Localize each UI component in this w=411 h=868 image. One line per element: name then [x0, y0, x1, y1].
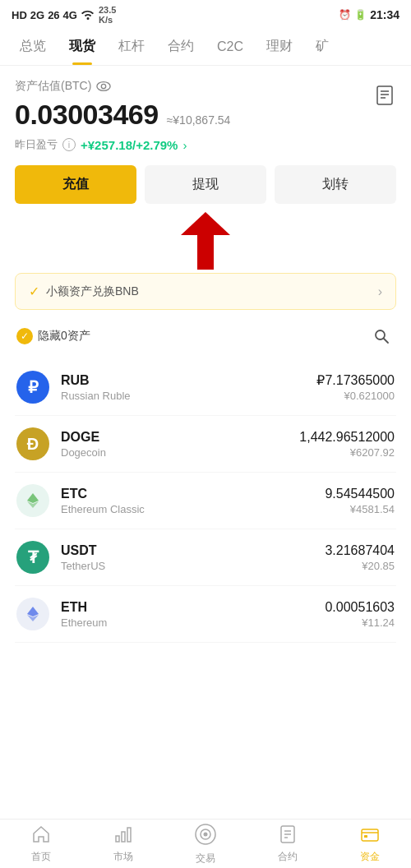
coin-icon-usdt: ₮: [16, 541, 49, 574]
funds-icon: [360, 824, 380, 847]
coin-amounts-etc: 9.54544500 ¥4581.54: [325, 487, 395, 515]
pnl-row: 昨日盈亏 i +¥257.18/+2.79% ›: [15, 137, 396, 152]
nav-item-leverage[interactable]: 杠杆: [107, 28, 156, 65]
status-4g: 4G: [63, 9, 77, 21]
battery-icon: 🔋: [354, 9, 367, 21]
pnl-info-icon[interactable]: i: [62, 138, 76, 151]
nav-item-mining[interactable]: 矿: [304, 28, 340, 65]
contract-icon: [278, 824, 298, 847]
action-buttons: 充值 提现 划转: [15, 165, 396, 204]
coin-name-usdt: TetherUS: [61, 560, 325, 572]
coin-symbol-eth: ETH: [61, 600, 325, 615]
coin-list: ₽ RUB Russian Ruble ₽7.17365000 ¥0.62100…: [15, 359, 396, 643]
svg-marker-11: [27, 493, 39, 503]
coin-cny-etc: ¥4581.54: [325, 503, 395, 515]
bottom-nav-market[interactable]: 市场: [82, 820, 164, 868]
pnl-label: 昨日盈亏: [15, 137, 58, 152]
spacer: [15, 643, 396, 700]
svg-rect-16: [122, 832, 125, 842]
nav-item-spot[interactable]: 现货: [58, 28, 107, 65]
trade-icon: [194, 823, 217, 849]
bnb-chevron-icon: ›: [378, 284, 382, 299]
coin-symbol-rub: RUB: [61, 373, 316, 388]
bottom-nav-home[interactable]: 首页: [0, 820, 82, 868]
coin-name-doge: Dogecoin: [61, 446, 299, 459]
coin-name-rub: Russian Ruble: [61, 390, 316, 402]
eye-icon[interactable]: [96, 81, 111, 91]
bottom-nav-trade[interactable]: 交易: [164, 820, 247, 868]
nav-item-c2c[interactable]: C2C: [206, 30, 255, 64]
nav-item-overview[interactable]: 总览: [8, 28, 58, 65]
svg-rect-25: [362, 829, 378, 841]
svg-rect-27: [364, 835, 367, 838]
coin-icon-doge: Ð: [16, 427, 49, 460]
status-time: 21:34: [370, 8, 399, 21]
coin-amounts-usdt: 3.21687404 ¥20.85: [325, 543, 395, 572]
status-right: ⏰ 🔋 21:34: [339, 8, 399, 21]
coin-item-doge[interactable]: Ð DOGE Dogecoin 1,442.96512000 ¥6207.92: [15, 416, 396, 473]
coin-icon-eth: [16, 598, 49, 630]
svg-line-10: [384, 339, 388, 343]
bottom-nav-trade-label: 交易: [196, 852, 215, 866]
svg-rect-17: [127, 828, 131, 842]
receipt-icon[interactable]: [373, 84, 396, 107]
coin-amounts-eth: 0.00051603 ¥11.24: [325, 600, 395, 629]
search-button[interactable]: [368, 323, 395, 349]
coin-info-usdt: USDT TetherUS: [61, 543, 325, 572]
coin-cny-usdt: ¥20.85: [325, 560, 395, 572]
filter-label: 隐藏0资产: [38, 329, 90, 344]
status-2g: 2G: [30, 9, 44, 21]
coin-amounts-doge: 1,442.96512000 ¥6207.92: [299, 430, 395, 459]
coin-icon-etc: [16, 484, 49, 517]
svg-rect-8: [197, 233, 214, 270]
coin-item-rub[interactable]: ₽ RUB Russian Ruble ₽7.17365000 ¥0.62100…: [15, 359, 396, 416]
nav-item-finance[interactable]: 理财: [255, 28, 304, 65]
asset-btc-row: 0.03003469 ≈¥10,867.54: [15, 99, 230, 131]
deposit-button[interactable]: 充值: [15, 165, 136, 204]
filter-left[interactable]: ✓ 隐藏0资产: [16, 328, 90, 344]
bottom-nav-funds[interactable]: 资金: [329, 820, 411, 868]
main-content: 资产估值(BTC) 0.03003469 ≈¥10,867.54 昨日盈亏 i …: [0, 66, 411, 700]
coin-info-eth: ETH Ethereum: [61, 600, 325, 629]
asset-header: 资产估值(BTC) 0.03003469 ≈¥10,867.54: [15, 79, 396, 131]
status-signal: 26: [48, 9, 59, 21]
arrow-annotation: [15, 212, 396, 270]
coin-icon-rub: ₽: [16, 371, 49, 404]
coin-amounts-rub: ₽7.17365000 ¥0.621000: [316, 372, 395, 402]
bottom-nav-contract[interactable]: 合约: [247, 820, 329, 868]
coin-item-etc[interactable]: ETC Ethereum Classic 9.54544500 ¥4581.54: [15, 473, 396, 529]
transfer-button[interactable]: 划转: [275, 165, 396, 204]
bottom-nav: 首页 市场 交易 合约 资金: [0, 819, 411, 868]
filter-check-icon: ✓: [16, 328, 33, 344]
status-bar: HD 2G 26 4G 23.5K/s ⏰ 🔋 21:34: [0, 0, 411, 28]
coin-symbol-usdt: USDT: [61, 543, 325, 558]
asset-label: 资产估值(BTC): [15, 79, 230, 94]
nav-item-contract[interactable]: 合约: [156, 28, 206, 65]
coin-item-eth[interactable]: ETH Ethereum 0.00051603 ¥11.24: [15, 586, 396, 643]
wifi-icon: [81, 8, 95, 22]
coin-amount-usdt: 3.21687404: [325, 543, 395, 558]
market-icon: [113, 824, 133, 847]
coin-name-eth: Ethereum: [61, 616, 325, 629]
svg-point-20: [204, 832, 208, 836]
withdraw-button[interactable]: 提现: [145, 165, 266, 204]
coin-amount-rub: ₽7.17365000: [316, 372, 395, 388]
svg-rect-15: [116, 836, 119, 842]
coin-symbol-etc: ETC: [61, 487, 325, 501]
asset-cny-value: ≈¥10,867.54: [167, 113, 231, 127]
svg-marker-13: [27, 607, 39, 616]
coin-info-rub: RUB Russian Ruble: [61, 373, 316, 402]
coin-item-usdt[interactable]: ₮ USDT TetherUS 3.21687404 ¥20.85: [15, 529, 396, 586]
bnb-banner[interactable]: ✓ 小额资产兑换BNB ›: [15, 273, 396, 310]
pnl-chevron-icon[interactable]: ›: [182, 138, 187, 152]
bnb-banner-left: ✓ 小额资产兑换BNB: [29, 284, 139, 299]
coin-info-doge: DOGE Dogecoin: [61, 430, 299, 459]
alarm-icon: ⏰: [339, 9, 351, 21]
bottom-nav-contract-label: 合约: [278, 850, 298, 864]
svg-rect-2: [377, 86, 392, 104]
up-arrow-icon: [181, 212, 230, 270]
coin-amount-etc: 9.54544500: [325, 487, 395, 501]
coin-cny-rub: ¥0.621000: [316, 390, 395, 402]
status-left: HD 2G 26 4G 23.5K/s: [12, 5, 116, 25]
coin-cny-eth: ¥11.24: [325, 616, 395, 629]
